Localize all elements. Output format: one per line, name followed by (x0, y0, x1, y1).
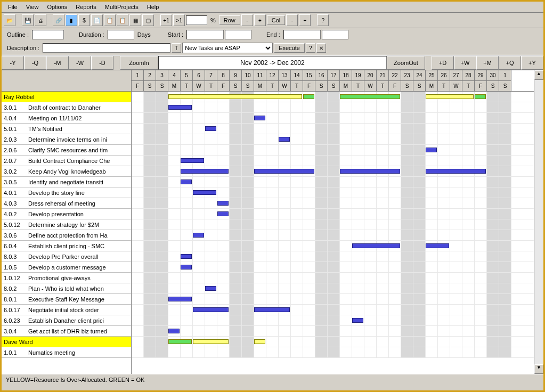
task-row[interactable]: 8.0.2Plan - Who is told what when (2, 283, 131, 294)
task-row[interactable]: 3.0.2Keep Andy Vogl knowledgeab (2, 166, 131, 177)
zoomout-button[interactable]: ZoomOut (387, 56, 425, 70)
task-row[interactable]: 4.0.2Develop presentation (2, 209, 131, 219)
task-bar[interactable] (217, 201, 229, 206)
scroll-down-icon[interactable]: ▼ (534, 364, 543, 374)
task-row[interactable]: 2.0.6Clarify SMC resources and tim (2, 145, 131, 156)
task-row[interactable]: 2.0.3Determine invoice terms on ini (2, 134, 131, 145)
task-row[interactable]: 8.0.3Develop Pre Parker overall (2, 251, 131, 262)
task-bar[interactable] (181, 179, 192, 184)
outline-input[interactable] (32, 30, 64, 39)
task-bar[interactable] (181, 169, 229, 174)
scroll-up-icon[interactable]: ▲ (534, 70, 543, 80)
paste-icon[interactable]: 📋 (117, 14, 128, 26)
menu-file[interactable]: File (4, 3, 22, 11)
task-bar[interactable] (193, 233, 204, 238)
task-row[interactable]: 1.0.5Develop a customer message (2, 262, 131, 273)
task-row[interactable]: 2.0.7Build Contract Compliance Che (2, 156, 131, 166)
start-input[interactable] (186, 30, 224, 39)
dollar-icon[interactable]: $ (78, 14, 90, 26)
task-bar[interactable] (254, 307, 290, 312)
task-bar[interactable] (205, 286, 216, 291)
copy-icon[interactable]: 📋 (104, 14, 116, 26)
task-bar[interactable] (217, 211, 229, 216)
task-row[interactable]: 1.0.12Promotional give-aways (2, 273, 131, 283)
task-bar[interactable] (168, 329, 180, 333)
help2-icon[interactable]: ? (306, 43, 315, 53)
task-bar[interactable] (193, 190, 216, 195)
start-time-input[interactable] (225, 30, 251, 39)
help-icon[interactable]: ? (317, 14, 329, 26)
duration-input[interactable] (108, 30, 134, 39)
task-row[interactable]: 4.0.3Dress rehersal of meeting (2, 198, 131, 209)
open-icon[interactable]: 📂 (4, 14, 15, 26)
nav-plus-q[interactable]: +Q (499, 56, 521, 70)
task-row[interactable]: 3.0.1Draft of contract to Danaher (2, 102, 131, 113)
nav-plus-w[interactable]: +W (454, 56, 476, 70)
resource-row[interactable]: Ray Robbel (2, 92, 131, 102)
percent-input[interactable] (186, 15, 207, 25)
grid-icon[interactable]: ▦ (129, 14, 141, 26)
task-row[interactable]: 5.0.12Determine strategy for $2M (2, 219, 131, 230)
vertical-scrollbar[interactable]: ▲ ▼ (534, 70, 543, 374)
nav-plus-d[interactable]: +D (432, 56, 454, 70)
resource-row[interactable]: Dave Ward (2, 337, 131, 347)
task-row[interactable]: 6.0.17Negotiate initial stock order (2, 305, 131, 315)
nav-minus-d[interactable]: -D (91, 56, 113, 70)
print-icon[interactable]: 🖨 (35, 14, 46, 26)
col-minus[interactable]: - (286, 14, 298, 26)
task-row[interactable]: 4.0.4Meeting on 11/11/02 (2, 113, 131, 124)
task-bar[interactable] (193, 307, 229, 312)
task-row[interactable]: 8.0.1Executive Staff Key Message (2, 294, 131, 305)
task-bar[interactable] (426, 148, 437, 152)
close-icon[interactable]: ✕ (316, 43, 326, 53)
task-bar[interactable] (168, 105, 192, 110)
nav-minus-y[interactable]: -Y (2, 56, 24, 70)
zoomin-button[interactable]: ZoomIn (120, 56, 158, 70)
task-row[interactable]: 3.0.4Get acct list of DHR biz turned (2, 326, 131, 337)
plus1-button[interactable]: +1 (160, 14, 172, 26)
doc-icon[interactable]: 📄 (91, 14, 103, 26)
menu-reports[interactable]: Reports (71, 3, 101, 11)
task-bar[interactable] (426, 169, 486, 174)
row-button[interactable]: Row (219, 15, 240, 25)
col-plus[interactable]: + (299, 14, 311, 26)
task-bar[interactable] (352, 243, 400, 248)
task-bar[interactable] (181, 265, 192, 270)
task-bar[interactable] (254, 169, 314, 174)
task-row[interactable]: 6.0.4Establish client pricing - SMC (2, 241, 131, 251)
col-button[interactable]: Col (267, 15, 286, 25)
task-bar[interactable] (279, 137, 290, 142)
menu-options[interactable]: Options (43, 3, 71, 11)
menu-help[interactable]: Help (143, 3, 164, 11)
task-bar[interactable] (340, 169, 400, 174)
task-row[interactable]: 3.0.6Define acct protection from Ha (2, 230, 131, 241)
save-icon[interactable]: 💾 (22, 14, 34, 26)
blank-icon[interactable]: ▢ (142, 14, 154, 26)
task-bar[interactable] (205, 126, 216, 131)
task-bar[interactable] (352, 318, 363, 323)
task-row[interactable]: 5.0.1TM's Notified (2, 124, 131, 134)
task-bar[interactable] (426, 243, 449, 248)
link-icon[interactable]: 🔗 (53, 14, 64, 26)
task-mode-select[interactable]: New Tasks are ASAP (182, 43, 273, 53)
task-row[interactable]: 3.0.5Identify and negotiate transiti (2, 177, 131, 187)
menu-multiprojects[interactable]: MultiProjects (101, 3, 143, 11)
task-bar[interactable] (181, 158, 204, 163)
menu-view[interactable]: View (22, 3, 43, 11)
nav-minus-q[interactable]: -Q (24, 56, 46, 70)
task-bar[interactable] (254, 116, 265, 120)
row-minus[interactable]: - (241, 14, 253, 26)
bar-icon[interactable]: ▮ (66, 14, 77, 26)
nav-minus-w[interactable]: -W (69, 56, 91, 70)
end-time-input[interactable] (322, 30, 348, 39)
nav-minus-m[interactable]: -M (46, 56, 69, 70)
row-plus[interactable]: + (254, 14, 266, 26)
task-row[interactable]: 6.0.23Establish Danaher client prici (2, 315, 131, 326)
execute-button[interactable]: Execute (274, 43, 305, 53)
end-input[interactable] (283, 30, 321, 39)
text-icon[interactable]: T (172, 43, 181, 53)
task-bar[interactable] (181, 254, 192, 259)
description-input[interactable] (43, 43, 170, 53)
task-row[interactable]: 1.0.1Numatics meeting (2, 347, 131, 358)
nav-plus-m[interactable]: +M (476, 56, 499, 70)
